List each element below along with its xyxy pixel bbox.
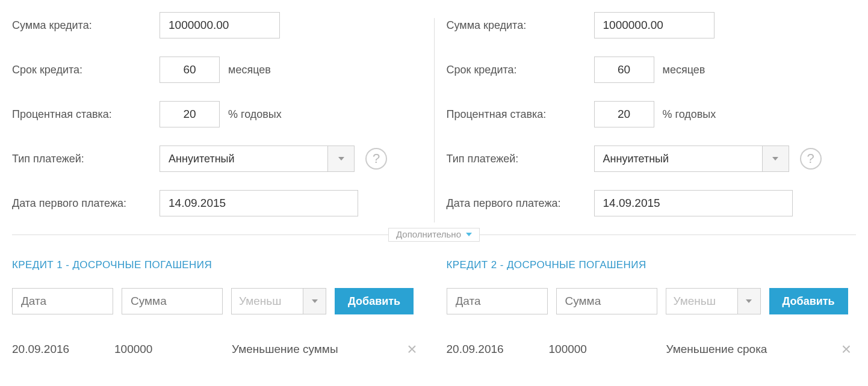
chevron-down-icon [338,157,344,161]
additional-label: Дополнительно [396,229,461,239]
close-icon[interactable]: × [402,341,421,358]
credit1-first-payment-input[interactable] [160,190,358,216]
suffix-months: месяцев [663,64,705,76]
horizontal-divider: Дополнительно [12,234,856,235]
credit1-prepay-type-select[interactable]: Уменьш [231,288,303,314]
credit2-payment-type-select[interactable]: Аннуитетный [594,146,763,172]
chevron-down-icon [312,299,318,303]
close-icon[interactable]: × [837,341,856,358]
credit1-payment-type-dropdown-button[interactable] [328,146,355,172]
credit1-prepay-date-input[interactable] [12,288,113,314]
credit2-form: Сумма кредита: Срок кредита: месяцев Про… [435,12,869,234]
credit1-prepay-title: КРЕДИТ 1 - ДОСРОЧНЫЕ ПОГАШЕНИЯ [12,259,422,271]
label-amount: Сумма кредита: [447,19,594,32]
credit2-prepay-date-input[interactable] [447,288,548,314]
chevron-down-icon [466,233,472,236]
entry-type: Уменьшение суммы [232,343,402,356]
credit2-first-payment-input[interactable] [594,190,793,216]
credit2-prepay-entry: 20.09.2016 100000 Уменьшение срока × [447,341,857,358]
credit2-payment-type-dropdown-button[interactable] [763,146,789,172]
credit1-add-button[interactable]: Добавить [335,288,414,314]
entry-sum: 100000 [114,343,232,356]
credit2-prepay: КРЕДИТ 2 - ДОСРОЧНЫЕ ПОГАШЕНИЯ Уменьш До… [435,235,869,358]
chevron-down-icon [772,157,778,161]
entry-sum: 100000 [549,343,666,356]
credit1-prepay-sum-input[interactable] [122,288,223,314]
label-payment-type: Тип платежей: [447,153,594,165]
suffix-months: месяцев [228,64,271,76]
credit2-amount-input[interactable] [594,12,715,38]
credit2-term-input[interactable] [594,57,654,83]
credit2-prepay-type-select[interactable]: Уменьш [666,288,738,314]
entry-type: Уменьшение срока [666,343,837,356]
credit1-rate-input[interactable] [160,101,220,127]
label-payment-type: Тип платежей: [12,153,160,165]
label-first-payment: Дата первого платежа: [12,197,160,210]
label-rate: Процентная ставка: [12,108,160,121]
chevron-down-icon [746,299,752,303]
label-term: Срок кредита: [447,64,594,76]
help-icon[interactable]: ? [365,148,387,170]
label-first-payment: Дата первого платежа: [447,197,594,210]
credit2-prepay-sum-input[interactable] [556,288,657,314]
credit2-rate-input[interactable] [594,101,654,127]
credit2-add-button[interactable]: Добавить [769,288,848,314]
credit1-prepay-type-dropdown-button[interactable] [303,288,326,314]
label-amount: Сумма кредита: [12,19,160,32]
credit1-payment-type-select[interactable]: Аннуитетный [160,146,328,172]
suffix-percent: % годовых [228,108,282,121]
credit1-prepay: КРЕДИТ 1 - ДОСРОЧНЫЕ ПОГАШЕНИЯ Уменьш До… [0,235,434,358]
help-icon[interactable]: ? [800,148,822,170]
additional-toggle[interactable]: Дополнительно [388,228,480,242]
credit1-term-input[interactable] [160,57,220,83]
entry-date: 20.09.2016 [12,343,114,356]
credit1-form: Сумма кредита: Срок кредита: месяцев Про… [0,12,434,234]
credit2-prepay-type-dropdown-button[interactable] [738,288,761,314]
label-rate: Процентная ставка: [447,108,594,121]
suffix-percent: % годовых [663,108,716,121]
credit2-prepay-title: КРЕДИТ 2 - ДОСРОЧНЫЕ ПОГАШЕНИЯ [447,259,857,271]
entry-date: 20.09.2016 [447,343,549,356]
label-term: Срок кредита: [12,64,160,76]
credit1-prepay-entry: 20.09.2016 100000 Уменьшение суммы × [12,341,422,358]
credit1-amount-input[interactable] [160,12,280,38]
